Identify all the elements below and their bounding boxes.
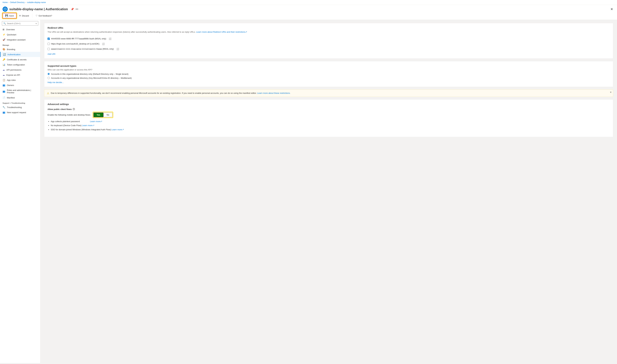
sidebar-label-certificates: Certificates & secrets (7, 58, 26, 61)
sidebar-label-app-roles: App roles (7, 79, 16, 81)
uri-item-1: 44445555-eeee-6666-ffff-7777aaaa8888://a… (48, 36, 610, 41)
breadcrumb-directory[interactable]: Default Directory (10, 1, 25, 3)
feedback-label: Got feedback? (39, 14, 52, 17)
help-me-decide-link[interactable]: Help me decide... (48, 81, 64, 84)
discard-button[interactable]: ✕ Discard (17, 13, 31, 18)
breadcrumb-sep2: › (26, 1, 26, 3)
sidebar-label-api: API permissions (6, 69, 21, 71)
heart-icon: ♡ (36, 14, 38, 17)
sidebar-label-support: New support request (7, 111, 26, 114)
toggle-yes-button[interactable]: Yes (93, 113, 103, 117)
radio-multi-tenant[interactable] (48, 77, 50, 79)
warning-close-button[interactable]: ✕ (610, 91, 612, 93)
app-icon (2, 7, 8, 12)
more-icon[interactable]: ••• (76, 8, 78, 11)
breadcrumb-home[interactable]: Home (2, 1, 8, 3)
radio-option-multi[interactable]: Accounts in any organizational directory… (48, 77, 610, 79)
search-icon: 🔍 (3, 22, 6, 25)
sidebar-item-roles-admin[interactable]: 👥 Roles and administrators | Preview (0, 88, 40, 95)
save-icon: 💾 (5, 14, 8, 17)
bullet-item-2: No keyboard (Device Code Flow) Learn mor… (51, 124, 610, 127)
owners-icon: 👥 (2, 84, 5, 86)
sidebar-item-app-roles[interactable]: 📋 App roles (0, 78, 40, 83)
sidebar-label-expose: Expose an API (6, 74, 20, 76)
sidebar-label-troubleshooting: Troubleshooting (7, 106, 22, 108)
learn-more-link-2[interactable]: Learn more↗ (82, 124, 94, 127)
sidebar-item-support[interactable]: 👥 New support request (0, 110, 40, 115)
learn-more-link-3[interactable]: Learn more↗ (111, 128, 124, 131)
redirect-learn-more[interactable]: Learn more about Redirect URIs and their… (196, 31, 247, 33)
account-types-question: Who can use this application or access t… (48, 68, 610, 71)
search-input[interactable] (7, 22, 35, 25)
account-types-card: Supported account types Who can use this… (44, 61, 613, 87)
uri-copy-3[interactable]: ⬜ (116, 47, 120, 51)
warning-text: Due to temporary differences in supporte… (51, 91, 291, 95)
breadcrumb-sep1: › (9, 1, 9, 3)
bullet-item-3: SSO for domain-joined Windows (Windows I… (51, 128, 610, 131)
radio-label-multi: Accounts in any organizational directory… (51, 77, 132, 79)
sidebar-item-troubleshooting[interactable]: 🔧 Troubleshooting (0, 105, 40, 110)
uri-checkbox-3[interactable] (48, 48, 50, 50)
uri-checkbox-2[interactable] (48, 43, 50, 45)
account-types-title: Supported account types (48, 65, 610, 67)
support-section-label: Support + Troubleshooting (0, 100, 40, 105)
uri-checkbox-1[interactable] (48, 38, 50, 40)
bullet-item-1: App collects plaintext password Learn mo… (51, 120, 610, 123)
sidebar-label-roles-admin: Roles and administrators | Preview (7, 89, 38, 94)
public-flows-bullet-list: App collects plaintext password Learn mo… (48, 120, 610, 131)
sidebar-item-certificates[interactable]: 🔑 Certificates & secrets (0, 57, 40, 62)
integration-icon: 🚀 (2, 39, 5, 41)
discard-icon: ✕ (19, 14, 21, 17)
flow-row: Enable the following mobile and desktop … (48, 112, 610, 118)
uri-item-2: https://login.live.com/oauth20_desktop.s… (48, 41, 610, 46)
allow-public-flows-text: Allow public client flows (48, 108, 72, 110)
overview-icon: ⊞ (2, 28, 4, 31)
api-icon: ☁ (2, 68, 5, 71)
expose-icon: ☁ (2, 74, 5, 76)
add-uri-link[interactable]: Add URI (48, 53, 55, 55)
uri-text-2: https://login.live.com/oauth20_desktop.s… (51, 43, 99, 45)
uri-copy-2[interactable]: ⬜ (101, 42, 105, 45)
content-area: Redirect URIs The URIs we will accept as… (40, 20, 617, 363)
discard-label: Discard (22, 14, 29, 17)
save-label: Save (9, 14, 14, 17)
sidebar-item-owners[interactable]: 👥 Owners (0, 83, 40, 88)
uri-copy-1[interactable]: ⬜ (108, 37, 112, 40)
branding-icon: 🎨 (2, 48, 5, 51)
sidebar-label-owners: Owners (7, 84, 14, 86)
sidebar-label-manifest: Manifest (7, 97, 15, 99)
sidebar-item-expose-api[interactable]: ☁ Expose an API (0, 72, 40, 78)
uri-item-3: aaaa111aa111-1111-11aa-aa1a-1111a11aa111… (48, 46, 610, 52)
learn-more-link-1[interactable]: Learn more↗ (90, 120, 102, 123)
redirect-uris-title: Redirect URIs (48, 26, 610, 29)
sidebar-item-api-permissions[interactable]: ☁ API permissions (0, 67, 40, 72)
sidebar-item-quickstart[interactable]: ⚡ Quickstart (0, 32, 40, 37)
radio-single-tenant[interactable] (48, 73, 50, 75)
breadcrumb-app: suitable-display-name (27, 1, 46, 3)
collapse-button[interactable]: « (36, 22, 37, 25)
radio-option-single[interactable]: Accounts in this organizational director… (48, 73, 610, 75)
radio-label-single: Accounts in this organizational director… (51, 73, 128, 75)
sidebar-item-branding[interactable]: 🎨 Branding (0, 47, 40, 52)
save-button[interactable]: 💾 Save (2, 13, 16, 18)
info-icon[interactable]: ⓘ (73, 108, 75, 110)
sidebar-item-token[interactable]: 📊 Token configuration (0, 62, 40, 67)
close-button[interactable]: ✕ (609, 7, 615, 12)
sidebar-item-integration[interactable]: 🚀 Integration assistant (0, 37, 40, 42)
sidebar-item-overview[interactable]: ⊞ Overview (0, 27, 40, 32)
toggle-no-button[interactable]: No (103, 113, 112, 117)
certificates-icon: 🔑 (2, 58, 5, 61)
sidebar-label-quickstart: Quickstart (7, 33, 16, 36)
authentication-icon: 🔄 (3, 53, 6, 56)
sidebar-item-manifest[interactable]: 📄 Manifest (0, 95, 40, 100)
feedback-button[interactable]: ♡ Got feedback? (34, 13, 54, 18)
pin-icon[interactable]: 📌 (71, 8, 74, 11)
redirect-uris-card: Redirect URIs The URIs we will accept as… (44, 23, 613, 59)
warning-learn-more[interactable]: Learn more about these restrictions. (257, 92, 291, 94)
token-icon: 📊 (2, 63, 5, 66)
redirect-uris-desc: The URIs we will accept as destinations … (48, 30, 610, 34)
roles-admin-icon: 👥 (2, 90, 5, 93)
manifest-icon: 📄 (2, 96, 5, 99)
sidebar-label-branding: Branding (7, 48, 15, 51)
sidebar-item-authentication[interactable]: 🔄 Authentication (0, 52, 40, 57)
